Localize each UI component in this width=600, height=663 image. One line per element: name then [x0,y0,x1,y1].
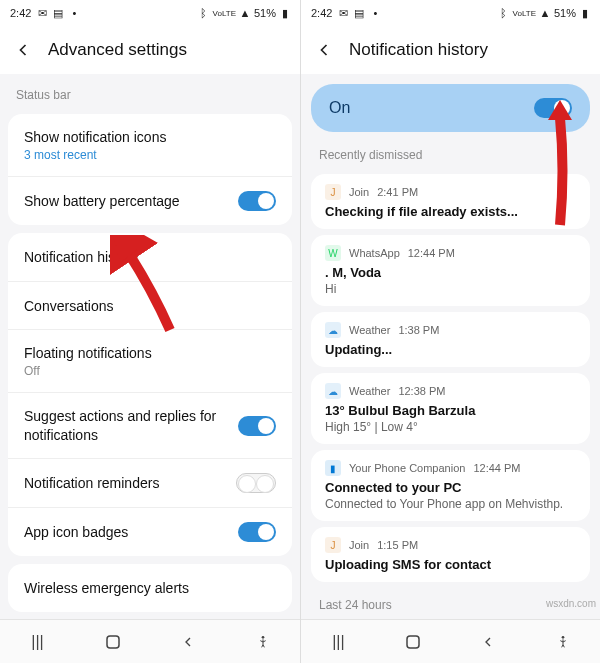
phone-left: 2:42 ✉ ▤ • ᛒ VoLTE ▲ 51% ▮ Advanced sett… [0,0,300,663]
toggle-badges[interactable] [238,522,276,542]
notif-title: Updating... [325,342,576,357]
row-title: Show battery percentage [24,192,238,210]
battery-icon: ▮ [280,8,290,18]
app-icon: ▮ [325,460,341,476]
header: Advanced settings [0,26,300,74]
status-time: 2:42 [311,7,332,19]
home-button[interactable] [102,631,124,653]
section-statusbar: Show notification icons 3 most recent Sh… [8,114,292,225]
bluetooth-icon: ᛒ [499,8,509,18]
accessibility-button[interactable] [552,631,574,653]
notif-body: Hi [325,282,576,296]
row-emergency[interactable]: Wireless emergency alerts [8,564,292,612]
notif-body: High 15° | Low 4° [325,420,576,434]
battery-label: 51% [554,7,576,19]
app-icon: W [325,245,341,261]
row-floating[interactable]: Floating notifications Off [8,329,292,392]
back-icon[interactable] [313,39,335,61]
signal-icon: ▲ [540,8,550,18]
section-notifications: Notification history Conversations Float… [8,233,292,556]
notif-title: Checking if file already exists... [325,204,576,219]
row-title: Notification history [24,248,276,266]
row-suggest[interactable]: Suggest actions and replies for notifica… [8,392,292,457]
message-icon: ✉ [338,8,348,18]
app-icon: ☁ [325,383,341,399]
notif-time: 1:38 PM [398,324,439,336]
notif-card[interactable]: JJoin2:41 PMChecking if file already exi… [311,174,590,229]
navbar: ||| [301,619,600,663]
notif-card[interactable]: ☁Weather12:38 PM13° Bulbul Bagh BarzulaH… [311,373,590,444]
notif-card[interactable]: WWhatsApp12:44 PM. M, VodaHi [311,235,590,306]
notif-body: Connected to Your Phone app on Mehvisthp… [325,497,576,511]
network-label: VoLTE [213,9,236,18]
row-title: App icon badges [24,523,238,541]
notif-title: 13° Bulbul Bagh Barzula [325,403,576,418]
accessibility-button[interactable] [252,631,274,653]
battery-icon: ▮ [580,8,590,18]
app-icon: ☁ [325,322,341,338]
row-badges[interactable]: App icon badges [8,507,292,556]
back-button[interactable] [177,631,199,653]
notif-time: 2:41 PM [377,186,418,198]
notif-card[interactable]: ▮Your Phone Companion12:44 PMConnected t… [311,450,590,521]
app-name: Your Phone Companion [349,462,465,474]
status-time: 2:42 [10,7,31,19]
row-title: Show notification icons [24,128,276,146]
recents-button[interactable]: ||| [27,631,49,653]
signal-icon: ▲ [240,8,250,18]
app-name: Join [349,539,369,551]
svg-point-3 [561,636,564,639]
notif-title: Connected to your PC [325,480,576,495]
notif-time: 12:44 PM [473,462,520,474]
notif-card[interactable]: ☁Weather1:38 PMUpdating... [311,312,590,367]
message-icon: ✉ [37,8,47,18]
row-reminders[interactable]: Notification reminders [8,458,292,507]
watermark: wsxdn.com [546,598,596,609]
bluetooth-icon: ᛒ [199,8,209,18]
calendar-icon: ▤ [53,8,63,18]
row-sub: Off [24,364,276,378]
section-label-statusbar: Status bar [0,74,300,106]
row-title: Suggest actions and replies for notifica… [24,407,238,443]
back-icon[interactable] [12,39,34,61]
row-title: Wireless emergency alerts [24,579,276,597]
toggle-history[interactable] [534,98,572,118]
notif-title: . M, Voda [325,265,576,280]
app-name: Weather [349,385,390,397]
app-icon: J [325,184,341,200]
history-master-toggle[interactable]: On [311,84,590,132]
row-notif-history[interactable]: Notification history [8,233,292,281]
app-name: Join [349,186,369,198]
app-name: WhatsApp [349,247,400,259]
section-label-recent: Recently dismissed [301,138,600,168]
back-button[interactable] [477,631,499,653]
home-button[interactable] [402,631,424,653]
row-battery-pct[interactable]: Show battery percentage [8,176,292,225]
settings-content: Status bar Show notification icons 3 mos… [0,74,300,619]
more-icon: • [69,8,79,18]
recents-button[interactable]: ||| [327,631,349,653]
app-icon: J [325,537,341,553]
toggle-battery-pct[interactable] [238,191,276,211]
row-title: Notification reminders [24,474,236,492]
row-conversations[interactable]: Conversations [8,281,292,329]
app-name: Weather [349,324,390,336]
row-sub: 3 most recent [24,148,276,162]
toggle-suggest[interactable] [238,416,276,436]
page-title: Notification history [349,40,488,60]
notif-card[interactable]: JJoin1:15 PMUploading SMS for contact [311,527,590,582]
network-label: VoLTE [513,9,536,18]
status-bar: 2:42 ✉ ▤ • ᛒ VoLTE ▲ 51% ▮ [0,0,300,26]
svg-point-1 [261,636,264,639]
page-title: Advanced settings [48,40,187,60]
phone-right: 2:42 ✉ ▤ • ᛒ VoLTE ▲ 51% ▮ Notification … [300,0,600,663]
battery-label: 51% [254,7,276,19]
notif-time: 1:15 PM [377,539,418,551]
svg-rect-2 [407,636,419,648]
row-show-icons[interactable]: Show notification icons 3 most recent [8,114,292,176]
calendar-icon: ▤ [354,8,364,18]
toggle-reminders[interactable] [236,473,276,493]
notif-time: 12:38 PM [398,385,445,397]
header: Notification history [301,26,600,74]
status-bar: 2:42 ✉ ▤ • ᛒ VoLTE ▲ 51% ▮ [301,0,600,26]
